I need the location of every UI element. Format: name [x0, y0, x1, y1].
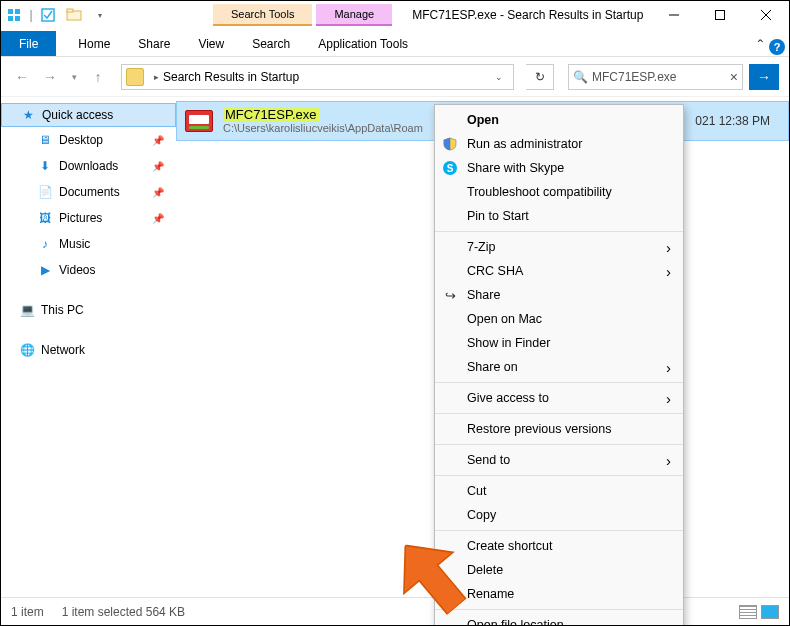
sidebar-item-label: Music: [59, 237, 90, 251]
close-button[interactable]: [743, 1, 789, 29]
nav-history-dropdown[interactable]: ▾: [67, 66, 81, 88]
nav-forward-button[interactable]: →: [39, 66, 61, 88]
search-query: MFC71ESP.exe: [592, 70, 677, 84]
svg-rect-0: [8, 9, 13, 14]
context-menu-share-on[interactable]: Share on›: [435, 355, 683, 379]
context-menu-pin-to-start[interactable]: Pin to Start: [435, 204, 683, 228]
context-menu-show-in-finder[interactable]: Show in Finder: [435, 331, 683, 355]
sidebar-item-label: Downloads: [59, 159, 118, 173]
sidebar-item-this-pc[interactable]: 💻This PC: [1, 297, 176, 323]
chevron-down-icon[interactable]: ⌄: [489, 72, 509, 82]
search-go-button[interactable]: →: [749, 64, 779, 90]
search-input[interactable]: 🔍 MFC71ESP.exe ×: [568, 64, 743, 90]
context-menu-send-to[interactable]: Send to›: [435, 448, 683, 472]
window-title: MFC71ESP.exe - Search Results in Startup: [412, 8, 643, 22]
maximize-button[interactable]: [697, 1, 743, 29]
quick-access-toolbar: | ▾: [1, 1, 113, 29]
context-menu-restore[interactable]: Restore previous versions: [435, 417, 683, 441]
menu-separator: [435, 413, 683, 414]
context-menu-label: CRC SHA: [467, 264, 523, 278]
pin-icon: 📌: [152, 187, 164, 198]
context-menu-open[interactable]: Open: [435, 108, 683, 132]
view-large-button[interactable]: [761, 605, 779, 619]
context-menu-rename[interactable]: Rename: [435, 582, 683, 606]
sidebar-item-network[interactable]: 🌐Network: [1, 337, 176, 363]
pictures-icon: 🖼: [37, 210, 53, 226]
network-icon: 🌐: [19, 342, 35, 358]
tab-share[interactable]: Share: [124, 31, 184, 56]
context-menu-open-file-location[interactable]: Open file location: [435, 613, 683, 626]
refresh-button[interactable]: ↻: [526, 64, 554, 90]
sidebar-item-label: Network: [41, 343, 85, 357]
sidebar-item-videos[interactable]: ▶Videos: [1, 257, 176, 283]
context-menu: Open Run as administrator S Share with S…: [434, 104, 684, 626]
clear-search-button[interactable]: ×: [730, 69, 738, 85]
ribbon-tabs: File Home Share View Search Application …: [1, 29, 789, 57]
sidebar-item-label: Videos: [59, 263, 95, 277]
menu-separator: [435, 475, 683, 476]
view-details-button[interactable]: [739, 605, 757, 619]
tab-application-tools[interactable]: Application Tools: [304, 31, 422, 56]
context-menu-label: Share: [467, 288, 500, 302]
breadcrumb[interactable]: ▸ Search Results in Startup ⌄: [121, 64, 514, 90]
context-menu-crc-sha[interactable]: CRC SHA›: [435, 259, 683, 283]
svg-rect-1: [15, 9, 20, 14]
video-icon: ▶: [37, 262, 53, 278]
result-filename: MFC71ESP.exe: [223, 107, 319, 123]
nav-up-button[interactable]: ↑: [87, 66, 109, 88]
sidebar: ★ Quick access 🖥Desktop📌 ⬇Downloads📌 📄Do…: [1, 97, 176, 607]
context-menu-open-on-mac[interactable]: Open on Mac: [435, 307, 683, 331]
context-menu-label: Give access to: [467, 391, 549, 405]
tab-file[interactable]: File: [1, 31, 56, 56]
desktop-icon: 🖥: [37, 132, 53, 148]
context-menu-cut[interactable]: Cut: [435, 479, 683, 503]
result-text: MFC71ESP.exe C:\Users\karolisliucveikis\…: [223, 107, 423, 136]
chevron-right-icon: ›: [666, 390, 671, 407]
nav-back-button[interactable]: ←: [11, 66, 33, 88]
sidebar-item-quick-access[interactable]: ★ Quick access: [1, 103, 176, 127]
address-bar-row: ← → ▾ ↑ ▸ Search Results in Startup ⌄ ↻ …: [1, 57, 789, 97]
chevron-right-icon: ›: [666, 359, 671, 376]
svg-rect-4: [42, 9, 54, 21]
context-menu-copy[interactable]: Copy: [435, 503, 683, 527]
collapse-ribbon-icon[interactable]: ˆ: [758, 38, 763, 56]
context-menu-delete[interactable]: Delete: [435, 558, 683, 582]
qat-dropdown-icon[interactable]: ▾: [88, 3, 112, 27]
sidebar-item-desktop[interactable]: 🖥Desktop📌: [1, 127, 176, 153]
sidebar-item-documents[interactable]: 📄Documents📌: [1, 179, 176, 205]
qat-newfolder-icon[interactable]: [62, 3, 86, 27]
context-menu-create-shortcut[interactable]: Create shortcut: [435, 534, 683, 558]
chevron-right-icon: ›: [666, 239, 671, 256]
folder-icon: [126, 68, 144, 86]
context-menu-give-access[interactable]: Give access to›: [435, 386, 683, 410]
context-menu-label: 7-Zip: [467, 240, 495, 254]
tab-home[interactable]: Home: [64, 31, 124, 56]
qat-properties-icon[interactable]: [36, 3, 60, 27]
pin-icon: 📌: [152, 161, 164, 172]
svg-rect-3: [15, 16, 20, 21]
sidebar-item-label: Quick access: [42, 108, 113, 122]
search-icon: 🔍: [573, 70, 588, 84]
result-date: 021 12:38 PM: [695, 114, 788, 128]
context-menu-share[interactable]: ↪ Share: [435, 283, 683, 307]
menu-separator: [435, 382, 683, 383]
tab-view[interactable]: View: [184, 31, 238, 56]
title-bar: | ▾ Search Tools Manage MFC71ESP.exe - S…: [1, 1, 789, 29]
contextual-tab-manage: Manage: [316, 4, 392, 26]
skype-icon: S: [442, 160, 458, 176]
download-icon: ⬇: [37, 158, 53, 174]
status-selection: 1 item selected 564 KB: [62, 605, 185, 619]
context-menu-7zip[interactable]: 7-Zip›: [435, 235, 683, 259]
sidebar-item-label: Desktop: [59, 133, 103, 147]
help-icon[interactable]: ?: [769, 39, 785, 55]
context-menu-run-as-admin[interactable]: Run as administrator: [435, 132, 683, 156]
context-menu-troubleshoot[interactable]: Troubleshoot compatibility: [435, 180, 683, 204]
minimize-button[interactable]: [651, 1, 697, 29]
context-menu-label: Share on: [467, 360, 518, 374]
contextual-tab-search: Search Tools: [213, 4, 312, 26]
sidebar-item-pictures[interactable]: 🖼Pictures📌: [1, 205, 176, 231]
sidebar-item-music[interactable]: ♪Music: [1, 231, 176, 257]
sidebar-item-downloads[interactable]: ⬇Downloads📌: [1, 153, 176, 179]
context-menu-share-skype[interactable]: S Share with Skype: [435, 156, 683, 180]
tab-search[interactable]: Search: [238, 31, 304, 56]
